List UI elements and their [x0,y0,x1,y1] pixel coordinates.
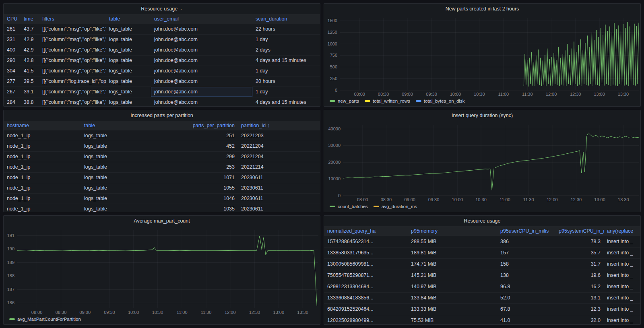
table-cell[interactable]: 20221203 [238,130,320,141]
table-cell[interactable]: node_1_ip [4,172,81,183]
table-cell[interactable]: john.doe@abc.com [151,55,252,66]
table-cell[interactable]: 158 [497,258,555,270]
table-cell[interactable]: 284 [4,97,21,107]
table-cell[interactable]: 304 [4,66,21,76]
table-cell[interactable]: 157 [497,247,555,258]
table-cell[interactable]: logs_table [81,141,162,151]
table-cell[interactable]: logs_table [106,55,151,66]
table-cell[interactable]: 16.2 [555,281,604,292]
table-cell[interactable]: node_1_ip [4,130,81,141]
table-cell[interactable]: 42.9 [21,34,39,45]
panel-title-resource-usage-bottom[interactable]: Resource usage [324,216,640,226]
table-cell[interactable]: logs_table [106,97,151,107]
table-cell[interactable]: 1 day [252,87,320,97]
legend-item-total_written_rows[interactable]: total_written_rows [365,99,410,103]
column-header-hostname[interactable]: hostname [4,121,81,130]
table-cell[interactable]: 20221204 [238,151,320,162]
table-cell[interactable]: 31.7 [555,258,604,270]
table-cell[interactable]: logs_table [106,45,151,55]
column-header-cpu[interactable]: CPU [4,14,21,24]
table-cell[interactable]: 267 [4,87,21,97]
table-cell[interactable]: 43.7 [21,24,39,34]
table-cell[interactable]: john.doe@abc.com [151,97,252,107]
table-cell[interactable]: 20230611 [238,193,320,204]
table-cell[interactable]: node_1_ip [4,151,81,162]
table-cell[interactable]: 39.1 [21,87,39,97]
average-max-part-count-chart[interactable]: 18618718818919019108:0008:3009:0009:3010… [4,226,320,316]
panel-title-increased-parts[interactable]: Increased parts per partition [4,110,320,121]
table-cell[interactable]: 145.21 MiB [408,270,497,281]
table-cell[interactable]: insert into _ [604,292,640,303]
table-cell[interactable]: 22 hours [252,24,320,34]
table-cell[interactable]: 41.5 [21,66,39,76]
table-cell[interactable]: 174.71 MiB [408,258,497,270]
table-cell[interactable]: [[{"column":"msg","op":"like","va... [39,55,106,66]
table-cell[interactable]: 629812313304684... [324,281,408,292]
table-cell[interactable]: 41.0 [497,315,555,325]
column-header-parts-per-partition[interactable]: parts_per_partition [162,121,238,130]
column-header-p95usercpu-in-milis[interactable]: p95userCPU_in_milis [497,226,555,236]
table-cell[interactable]: logs_table [106,34,151,45]
table-cell[interactable]: 42.8 [21,55,39,66]
table-cell[interactable]: 120225028980499... [324,315,408,325]
column-header-table[interactable]: table [81,121,162,130]
table-cell[interactable]: 20230611 [238,204,320,212]
table-cell[interactable]: logs_table [81,162,162,172]
column-header-time[interactable]: time [21,14,39,24]
table-cell[interactable]: john.doe@abc.com [151,66,252,76]
table-cell[interactable]: 400 [4,45,21,55]
legend-item-new_parts[interactable]: new_parts [330,99,359,103]
table-cell[interactable]: insert into _ [604,303,640,315]
column-header-any-replace[interactable]: any(replace [604,226,640,236]
table-cell[interactable]: 189.81 MiB [408,247,497,258]
table-cell[interactable]: 67.8 [497,303,555,315]
table-cell[interactable]: 253 [162,162,238,172]
table-cell[interactable]: logs_table [106,24,151,34]
table-cell[interactable]: 78.3 [555,236,604,247]
table-cell[interactable]: logs_table [81,151,162,162]
table-cell[interactable]: [[{"column":"msg","op":"like","va... [39,97,106,107]
table-cell[interactable]: [[{"column":"log.trace_id","op":"... [39,76,106,87]
table-cell[interactable]: [[{"column":"msg","op":"like","va... [39,66,106,76]
table-cell[interactable]: node_1_ip [4,141,81,151]
column-header-scan-duration[interactable]: scan_duration [252,14,320,24]
table-cell[interactable]: 288.55 MiB [408,236,497,247]
table-cell[interactable]: 138 [497,270,555,281]
table-cell[interactable]: 251 [162,130,238,141]
table-cell[interactable]: insert into _ [604,315,640,325]
legend-item-total_bytes_on_disk[interactable]: total_bytes_on_disk [416,99,465,103]
column-header-partition-id[interactable]: partition_id ↑ [238,121,320,130]
table-cell[interactable]: 20 hours [252,76,320,87]
table-cell[interactable]: 261 [4,24,21,34]
table-cell[interactable]: 35.7 [555,247,604,258]
column-header-p95systemcpu-in-milisec[interactable]: p95systemCPU_in_milisec [555,226,604,236]
table-cell[interactable]: john.doe@abc.com [151,76,252,87]
table-cell[interactable]: 20221204 [238,141,320,151]
table-cell[interactable]: 52.0 [497,292,555,303]
table-cell[interactable]: 12.3 [555,303,604,315]
table-cell[interactable]: 1035 [162,204,238,212]
table-cell[interactable]: 75.53 MiB [408,315,497,325]
table-cell[interactable]: 1 day [252,34,320,45]
new-parts-chart[interactable]: 025050075010001250150008:0008:3009:0009:… [324,14,640,97]
table-cell[interactable]: insert into _ [604,270,640,281]
table-cell[interactable]: node_1_ip [4,183,81,193]
table-cell[interactable]: john.doe@abc.com [151,87,252,97]
panel-title-insert-query-duration[interactable]: Insert query duration (sync) [324,110,640,121]
table-cell[interactable]: john.doe@abc.com [151,45,252,55]
table-cell[interactable]: 20221214 [238,162,320,172]
table-cell[interactable]: logs_table [81,204,162,212]
table-cell[interactable]: insert into _ [604,247,640,258]
table-cell[interactable]: 290 [4,55,21,66]
table-cell[interactable]: 684209152520464... [324,303,408,315]
table-cell[interactable]: 1 day [252,66,320,76]
table-cell[interactable]: 42.9 [21,45,39,55]
table-cell[interactable]: 4 days and 15 minutes [252,55,320,66]
insert-query-duration-chart[interactable]: 01000020000300004000008:0008:3009:0009:3… [324,121,640,203]
column-header-filters[interactable]: filters [39,14,106,24]
table-cell[interactable]: insert into _ [604,281,640,292]
table-cell[interactable]: 140.97 MiB [408,281,497,292]
table-cell[interactable]: 32.0 [555,315,604,325]
table-cell[interactable]: [[{"column":"msg","op":"like","va... [39,34,106,45]
table-cell[interactable]: logs_table [81,172,162,183]
